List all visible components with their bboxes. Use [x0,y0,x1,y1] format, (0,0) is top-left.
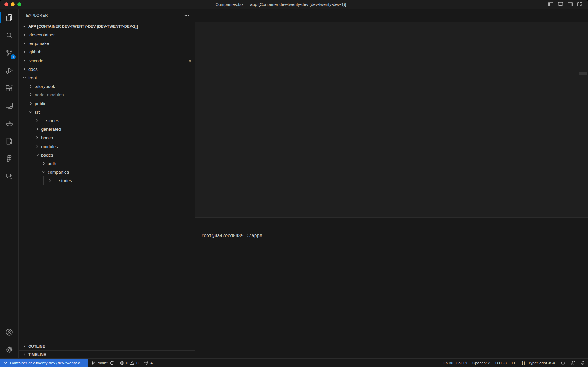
git-branch-label: main* [98,361,108,365]
eol-label: LF [512,361,517,365]
chevron-down-icon [21,23,27,29]
scrollbar-thumb[interactable] [579,72,587,75]
copilot-item[interactable] [558,359,568,367]
outline-section[interactable]: OUTLINE [19,342,195,350]
remote-label: Container dev-twenty-dev (dev-twenty-dev… [10,361,85,365]
problems-item[interactable]: 0 0 [117,359,141,367]
tree-folder-.github[interactable]: .github [19,48,195,56]
tree-item-label: hooks [41,135,53,140]
activity-remote-explorer-icon[interactable] [0,97,18,115]
tree-folder-.devcontainer[interactable]: .devcontainer [19,31,195,39]
chevron-right-icon [28,100,34,106]
chevron-right-icon [21,343,27,349]
tree-folder-src[interactable]: src [19,108,195,116]
indentation-item[interactable]: Spaces: 2 [470,359,493,367]
tree-folder-auth[interactable]: auth [19,159,195,168]
activity-explorer-icon[interactable] [0,9,18,26]
activity-comments-icon[interactable] [0,167,18,185]
terminal-output[interactable]: root@0a42ecd84891:/app# [195,229,588,238]
scm-changes-badge: 1 [11,54,16,59]
toggle-sidebar-icon[interactable] [548,1,554,7]
errors-icon [120,361,124,365]
chevron-right-icon [34,143,40,149]
warnings-icon [130,361,135,365]
zoom-window-button[interactable] [17,2,21,6]
language-mode-item[interactable]: { } TypeScript JSX [519,359,558,367]
braces-icon: { } [522,361,527,365]
tree-folder-modules[interactable]: modules [19,142,195,150]
activity-figma-icon[interactable] [0,150,18,167]
explorer-more-actions-icon[interactable] [184,13,189,18]
cursor-position-item[interactable]: Ln 30, Col 19 [441,359,470,367]
traffic-lights [0,2,29,6]
vscode-window: Companies.tsx — app [Container dev-twent… [0,0,588,367]
customize-layout-icon[interactable] [577,1,583,7]
activity-docker-icon[interactable] [0,115,18,132]
tree-folder-companies[interactable]: companies [19,168,195,176]
git-branch-item[interactable]: main* [88,359,117,367]
file-tree: .devcontainer.ergomake.github.vscodedocs… [19,31,195,342]
tree-item-label: .storybook [35,84,55,89]
remote-indicator[interactable]: Container dev-twenty-dev (dev-twenty-dev… [0,359,88,367]
modified-badge [189,60,191,62]
tree-folder--stories-[interactable]: __stories__ [19,176,195,185]
tree-folder-docs[interactable]: docs [19,65,195,73]
activity-accounts-icon[interactable] [0,323,18,341]
chevron-right-icon [21,66,27,72]
activity-search-icon[interactable] [0,26,18,44]
tree-item-label: __stories__ [41,118,64,123]
chevron-right-icon [34,135,40,141]
tree-item-label: .github [28,49,41,54]
chevron-right-icon [21,41,27,46]
tree-folder-node-modules[interactable]: node_modules [19,91,195,99]
tree-folder--stories-[interactable]: __stories__ [19,116,195,125]
toggle-panel-icon[interactable] [558,1,563,7]
status-bar: Container dev-twenty-dev (dev-twenty-dev… [0,358,588,367]
tree-folder-.vscode[interactable]: .vscode [19,56,195,65]
breadcrumb [195,22,588,31]
tree-folder-front[interactable]: front [19,73,195,82]
notifications-item[interactable] [578,359,588,367]
editor-tab-bar [195,9,588,22]
timeline-section[interactable]: TIMELINE [19,350,195,358]
ports-count: 4 [151,361,153,365]
chevron-right-icon [28,83,34,89]
toggle-secondary-sidebar-icon[interactable] [567,1,573,7]
close-window-button[interactable] [4,2,8,6]
warnings-count: 0 [136,361,139,365]
chevron-right-icon [28,92,34,98]
layout-controls [532,1,588,7]
tree-folder-generated[interactable]: generated [19,125,195,133]
chevron-right-icon [21,58,27,63]
code-editor[interactable] [195,31,588,217]
activity-run-and-debug-icon[interactable] [0,62,18,79]
workspace-section-header[interactable]: APP [CONTAINER DEV-TWENTY-DEV (DEV-TWENT… [19,22,195,31]
chevron-right-icon [34,118,40,123]
minimize-window-button[interactable] [11,2,15,6]
encoding-item[interactable]: UTF-8 [493,359,509,367]
activity-settings-icon[interactable] [0,341,18,358]
indentation-label: Spaces: 2 [472,361,490,365]
tree-folder-.ergomake[interactable]: .ergomake [19,39,195,48]
tree-item-label: src [35,110,41,115]
feedback-icon [571,361,575,365]
activity-source-control-icon[interactable]: 1 [0,44,18,62]
tree-folder-hooks[interactable]: hooks [19,133,195,142]
activity-container-tools-icon[interactable] [0,132,18,150]
language-mode-label: TypeScript JSX [528,361,555,365]
radio-tower-icon [144,361,149,365]
ports-item[interactable]: 4 [141,359,156,367]
eol-item[interactable]: LF [509,359,519,367]
explorer-title: EXPLORER [26,13,48,18]
remote-icon [4,361,8,365]
tree-folder-pages[interactable]: pages [19,151,195,159]
minimap[interactable] [539,31,577,217]
tree-folder-public[interactable]: public [19,99,195,108]
tree-item-label: pages [41,153,53,157]
tree-item-label: __stories__ [54,178,77,183]
activity-extensions-icon[interactable] [0,79,18,97]
tree-folder-.storybook[interactable]: .storybook [19,82,195,91]
chevron-right-icon [34,126,40,132]
chevron-down-icon [28,109,34,115]
feedback-item[interactable] [568,359,578,367]
